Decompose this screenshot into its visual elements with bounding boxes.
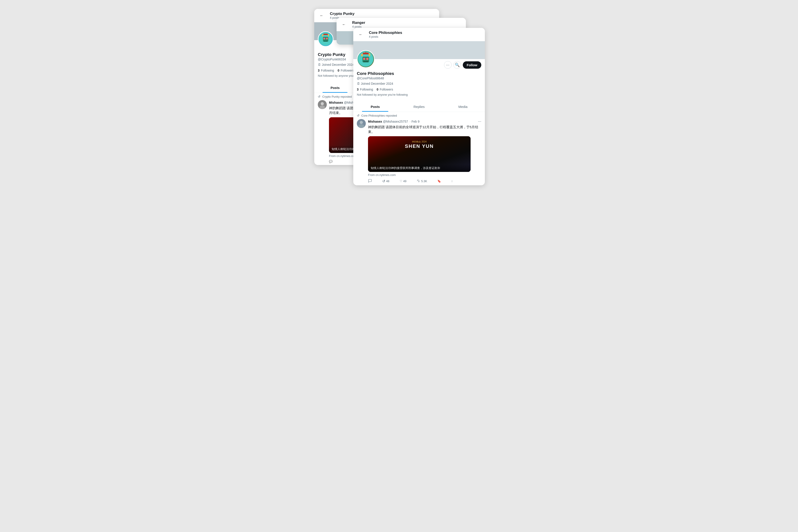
core-meta: 🗓 Joined December 2024 xyxy=(357,82,481,86)
core-post-text: 神韵舞蹈团 该团体目前的全球巡演于12月开始，行程覆盖五大洲，于5月结束。 xyxy=(368,125,481,134)
core-followers[interactable]: 0 Followers xyxy=(377,88,393,91)
core-name: Core Philosophies xyxy=(357,71,481,76)
cryptopunky-followers-label: Followers xyxy=(341,69,354,72)
cryptopunky-followers-count: 0 xyxy=(338,69,339,72)
cryptopunky-followers[interactable]: 0 Followers xyxy=(338,69,354,72)
tab-cryptopunky-posts[interactable]: Posts xyxy=(314,83,356,93)
stacked-cards: ← Crypto Punky 4 posts xyxy=(314,9,484,160)
core-header-title: Core Philosophies 4 posts xyxy=(369,31,402,38)
svg-point-16 xyxy=(366,58,368,60)
core-profile-actions: ··· 🔍 Follow xyxy=(357,59,481,69)
core-title-name: Core Philosophies xyxy=(369,31,402,35)
tab-core-media[interactable]: Media xyxy=(441,102,485,112)
cryptopunky-repost-label: Crypto Punky reposted xyxy=(322,95,352,98)
core-followers-count: 0 xyxy=(377,88,379,91)
core-post-time: · Feb 9 xyxy=(410,120,419,123)
core-avatar-image xyxy=(358,51,374,67)
tab-core-replies[interactable]: Replies xyxy=(397,102,441,112)
core-joined: Joined December 2024 xyxy=(361,82,393,86)
core-retweet-icon: ↺ xyxy=(382,179,385,183)
core-stats: 3 Following 0 Followers xyxy=(357,88,481,91)
svg-rect-5 xyxy=(322,35,323,36)
svg-rect-17 xyxy=(363,61,368,62)
svg-point-23 xyxy=(360,121,363,124)
core-like-count: 49 xyxy=(403,179,406,183)
core-like-icon: ♡ xyxy=(400,179,402,183)
cryptopunky-following-count: 3 xyxy=(318,69,320,72)
core-retweet-action[interactable]: ↺ 48 xyxy=(382,179,389,183)
core-repost-label: Core Philosophies reposted xyxy=(361,114,397,117)
core-post-header: Mishasex @Mishasex25757 · Feb 9 ··· xyxy=(368,119,481,124)
core-share-icon: ↑ xyxy=(451,179,453,183)
core-back-icon: ← xyxy=(359,33,362,37)
core-follow-button[interactable]: Follow xyxy=(463,61,481,69)
core-post-actions: ↺ 48 ♡ 49 5.3K xyxy=(368,179,453,184)
core-retweet-count: 48 xyxy=(386,179,389,183)
svg-point-3 xyxy=(326,38,328,39)
cryptopunky-title-name: Crypto Punky xyxy=(330,12,355,16)
calendar-icon: 🗓 xyxy=(318,63,321,66)
core-share-action[interactable]: ↑ xyxy=(451,179,453,183)
cryptopunky-avatar xyxy=(318,31,334,47)
core-bookmark-icon: 🔖 xyxy=(437,179,441,183)
core-repost-icon: ↺ xyxy=(357,114,360,117)
core-post-avatar xyxy=(357,119,366,128)
cryptopunky-following[interactable]: 3 Following xyxy=(318,69,334,72)
svg-rect-7 xyxy=(323,34,328,35)
svg-point-15 xyxy=(363,58,365,60)
core-following-count: 3 xyxy=(357,88,359,91)
core-not-followed: Not followed by anyone you're following xyxy=(357,93,481,96)
core-more-button[interactable]: ··· xyxy=(444,61,452,69)
core-views-count: 5.3K xyxy=(421,179,427,183)
core-views-icon xyxy=(417,179,420,183)
core-post-row: Mishasex @Mishasex25757 · Feb 9 ··· 神韵舞蹈… xyxy=(353,118,485,185)
card-core: ← Core Philosophies 4 posts xyxy=(353,28,485,185)
svg-point-9 xyxy=(321,102,324,105)
core-post-image[interactable]: 神韵晚会 2024 SHEN YUN 知情人称轮法功神韵接受联邦刑事调查，涉及签… xyxy=(368,136,471,172)
core-header: ← Core Philosophies 4 posts xyxy=(353,28,485,41)
core-posts-area: ↺ Core Philosophies reposted Mishasex xyxy=(353,112,485,185)
core-bookmark-action[interactable]: 🔖 xyxy=(437,179,441,183)
core-post-more[interactable]: ··· xyxy=(478,119,481,124)
back-icon: ← xyxy=(320,14,323,18)
core-following-label: Following xyxy=(360,88,373,91)
cryptopunky-avatar-image xyxy=(319,32,332,46)
svg-point-2 xyxy=(323,38,325,39)
cryptopunky-following-label: Following xyxy=(321,69,334,72)
core-handle: @CorePhilos68648 xyxy=(357,76,481,80)
core-image-title: SHEN YUN xyxy=(405,144,434,149)
core-comment-action[interactable] xyxy=(368,179,372,184)
comment-icon: 💬 xyxy=(329,160,332,163)
core-following[interactable]: 3 Following xyxy=(357,88,373,91)
core-back-button[interactable]: ← xyxy=(357,31,364,38)
svg-rect-19 xyxy=(369,54,370,56)
cryptopunky-joined: Joined December 2024 xyxy=(322,63,354,66)
ranger-title-name: Ranger xyxy=(352,20,365,25)
core-like-action[interactable]: ♡ 49 xyxy=(400,179,406,183)
tab-core-posts[interactable]: Posts xyxy=(353,102,397,112)
core-search-button[interactable]: 🔍 xyxy=(453,61,461,69)
core-tabs: Posts Replies Media xyxy=(353,102,485,112)
cryptopunky-post-user[interactable]: Mishasex xyxy=(329,101,343,104)
core-image-subtitle: 神韵晚会 2024 xyxy=(412,140,426,144)
core-post-handle: @Mishasex25757 xyxy=(383,120,408,123)
cryptopunky-comment-action[interactable]: 💬 xyxy=(329,160,332,163)
core-post-user[interactable]: Mishasex xyxy=(368,120,382,123)
core-profile-section: ··· 🔍 Follow Core Philosophies @CorePhil… xyxy=(353,59,485,99)
core-avatar xyxy=(357,50,375,68)
cryptopunky-back-button[interactable]: ← xyxy=(318,12,325,19)
core-followers-label: Followers xyxy=(380,88,393,91)
ranger-header-title: Ranger 4 posts xyxy=(352,20,365,28)
core-avatar-wrap xyxy=(357,50,375,68)
svg-rect-18 xyxy=(361,54,363,56)
core-posts-count: 4 posts xyxy=(369,35,402,38)
core-calendar-icon: 🗓 xyxy=(357,82,360,86)
core-post-content: Mishasex @Mishasex25757 · Feb 9 ··· 神韵舞蹈… xyxy=(368,119,481,184)
ranger-back-button[interactable]: ← xyxy=(340,21,348,28)
repost-icon: ↺ xyxy=(318,95,321,98)
core-comment-icon xyxy=(368,179,372,184)
core-views-action[interactable]: 5.3K xyxy=(417,179,427,183)
core-post-image-caption: 知情人称轮法功神韵接受联邦刑事调查，涉及签证欺诈 xyxy=(368,164,471,172)
svg-rect-6 xyxy=(328,34,329,36)
svg-rect-4 xyxy=(324,41,327,41)
